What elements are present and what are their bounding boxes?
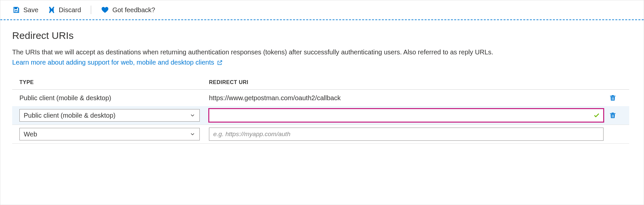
col-header-uri: REDIRECT URI <box>209 79 604 85</box>
save-label: Save <box>23 6 39 14</box>
learn-more-link[interactable]: Learn more about adding support for web,… <box>12 59 223 66</box>
delete-button[interactable] <box>609 112 616 119</box>
uri-input-wrapper <box>209 128 604 141</box>
table-row: Web <box>12 125 629 144</box>
save-icon <box>12 6 20 14</box>
chevron-down-icon <box>190 112 195 118</box>
close-icon <box>48 6 56 14</box>
feedback-label: Got feedback? <box>112 6 155 14</box>
type-select[interactable]: Public client (mobile & desktop) <box>19 109 200 122</box>
page-root: Save Discard Got feedback? Redirect URIs… <box>0 0 644 205</box>
uri-input-wrapper <box>209 109 604 122</box>
section-title: Redirect URIs <box>12 30 632 41</box>
save-button[interactable]: Save <box>12 6 39 14</box>
type-cell: Public client (mobile & desktop) <box>19 94 209 102</box>
section-description: The URIs that we will accept as destinat… <box>12 48 632 57</box>
feedback-button[interactable]: Got feedback? <box>101 6 155 14</box>
content: Redirect URIs The URIs that we will acce… <box>0 20 644 144</box>
table-header-row: TYPE REDIRECT URI <box>12 79 629 90</box>
discard-label: Discard <box>59 6 81 14</box>
command-bar: Save Discard Got feedback? <box>0 0 644 19</box>
type-select-value: Public client (mobile & desktop) <box>24 112 116 119</box>
learn-more-text: Learn more about adding support for web,… <box>12 59 214 66</box>
external-link-icon <box>217 60 223 66</box>
heart-icon <box>101 6 109 14</box>
check-icon <box>593 112 600 119</box>
redirect-uri-table: TYPE REDIRECT URI Public client (mobile … <box>12 79 629 144</box>
type-select[interactable]: Web <box>19 128 200 140</box>
col-header-type: TYPE <box>19 79 209 85</box>
delete-button[interactable] <box>609 94 616 102</box>
chevron-down-icon <box>190 131 195 137</box>
uri-input[interactable] <box>213 128 600 141</box>
table-row: Public client (mobile & desktop) <box>12 106 629 125</box>
type-select-value: Web <box>24 131 37 138</box>
uri-input[interactable] <box>213 109 591 122</box>
discard-button[interactable]: Discard <box>48 6 81 14</box>
cmdbar-divider <box>91 6 91 14</box>
uri-cell: https://www.getpostman.com/oauth2/callba… <box>209 94 604 102</box>
table-row: Public client (mobile & desktop) https:/… <box>12 90 629 106</box>
